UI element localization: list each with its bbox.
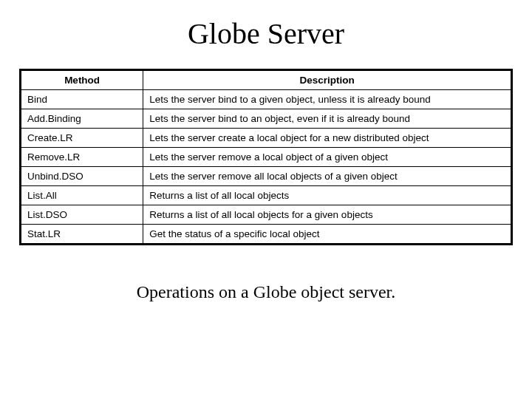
table-row: List.All Returns a list of all local obj… [21,186,512,205]
cell-method: Unbind.DSO [21,167,143,186]
cell-method: List.All [21,186,143,205]
cell-method: Remove.LR [21,148,143,167]
cell-method: List.DSO [21,205,143,225]
cell-description: Returns a list of all local objects [143,186,512,205]
header-method: Method [21,70,143,90]
cell-description: Lets the server create a local object fo… [143,129,512,148]
cell-description: Lets the server bind to a given object, … [143,90,512,109]
cell-description: Get the status of a specific local objec… [143,225,512,245]
table-row: Remove.LR Lets the server remove a local… [21,148,512,167]
page-title: Globe Server [0,16,532,51]
table-row: Unbind.DSO Lets the server remove all lo… [21,167,512,186]
cell-description: Lets the server remove all local objects… [143,167,512,186]
table-row: Stat.LR Get the status of a specific loc… [21,225,512,245]
cell-description: Lets the server remove a local object of… [143,148,512,167]
methods-table: Method Description Bind Lets the server … [19,69,513,245]
table-header-row: Method Description [21,70,512,90]
methods-table-wrap: Method Description Bind Lets the server … [0,69,532,245]
table-row: List.DSO Returns a list of all local obj… [21,205,512,225]
table-row: Create.LR Lets the server create a local… [21,129,512,148]
cell-method: Create.LR [21,129,143,148]
caption: Operations on a Globe object server. [0,282,532,302]
table-row: Add.Binding Lets the server bind to an o… [21,109,512,129]
header-description: Description [143,70,512,90]
cell-description: Lets the server bind to an object, even … [143,109,512,129]
cell-method: Stat.LR [21,225,143,245]
table-row: Bind Lets the server bind to a given obj… [21,90,512,109]
cell-description: Returns a list of all local objects for … [143,205,512,225]
cell-method: Bind [21,90,143,109]
cell-method: Add.Binding [21,109,143,129]
